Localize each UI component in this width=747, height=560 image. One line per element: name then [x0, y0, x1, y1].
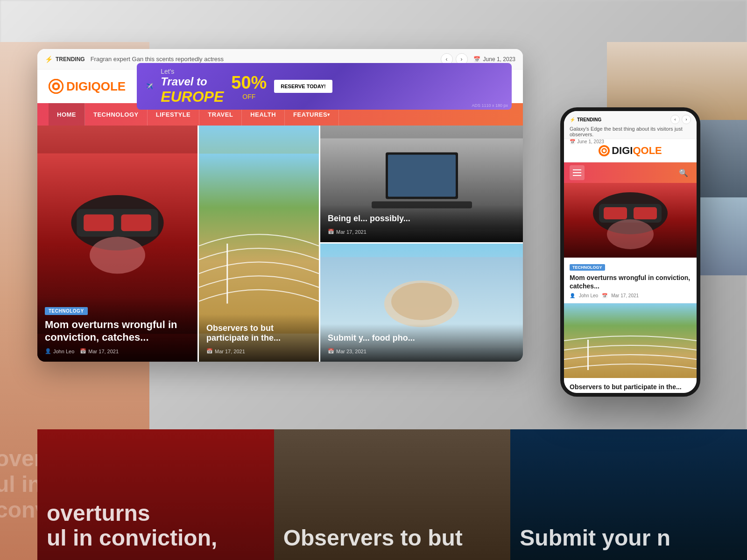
- mobile-prev-btn[interactable]: ‹: [670, 115, 680, 124]
- ad-percent-text: 50%: [231, 73, 267, 93]
- svg-point-0: [49, 79, 63, 94]
- bottom-article-3-text: Submit your n: [520, 526, 738, 551]
- site-header: DIGIQOLE ✈️ Let's Travel to EUROPE 50% O…: [37, 70, 523, 103]
- mobile-article-card-1[interactable]: TECHNOLOGY Mom overturns wrongful in con…: [564, 183, 697, 303]
- mobile-article-2-body: Observers to but participate in the... 📅…: [564, 378, 697, 393]
- mobile-next-btn[interactable]: ›: [682, 115, 691, 124]
- mobile-article-2-title: Observers to but participate in the...: [570, 383, 691, 391]
- calendar-icon-1: 📅: [80, 348, 86, 354]
- mobile-lightning-icon: ⚡: [570, 117, 575, 122]
- calendar-icon: 📅: [473, 56, 480, 63]
- article-1-category: TECHNOLOGY: [45, 307, 88, 315]
- svg-point-17: [391, 283, 452, 320]
- svg-rect-28: [587, 340, 589, 370]
- mobile-user-icon-1: 👤: [570, 293, 575, 298]
- svg-rect-10: [226, 244, 228, 304]
- mobile-article-card-2[interactable]: Observers to but participate in the... 📅…: [564, 303, 697, 393]
- bottom-section: overturnsul in conviction, Observers to …: [37, 429, 747, 560]
- menu-line-3: [573, 175, 581, 176]
- ad-size-label: ADS 1110 x 180 px: [472, 103, 508, 108]
- article-1-meta: 👤 John Leo 📅 Mar 17, 2021: [45, 348, 190, 354]
- article-2-title: Observers to but participate in the...: [206, 323, 311, 343]
- svg-rect-24: [604, 207, 627, 219]
- article-3-date: 📅 Mar 17, 2021: [328, 229, 366, 235]
- article-card-2[interactable]: Observers to but participate in the... 📅…: [199, 126, 320, 362]
- bottom-article-1: overturnsul in conviction,: [37, 429, 274, 560]
- svg-point-8: [90, 237, 145, 273]
- logo-text: DIGIQOLE: [66, 79, 126, 94]
- article-1-overlay: TECHNOLOGY Mom overturns wrongful in con…: [37, 297, 197, 362]
- mobile-nav-buttons: ‹ ›: [670, 115, 691, 124]
- mobile-trending-label: TRENDING: [577, 117, 601, 122]
- mobile-menu-button[interactable]: [570, 165, 585, 180]
- logo-digi: DIGI: [66, 79, 91, 93]
- calendar-icon-3: 📅: [328, 229, 334, 235]
- menu-line-1: [573, 169, 581, 170]
- article-1-author: 👤 John Leo: [45, 348, 74, 354]
- svg-rect-13: [388, 155, 456, 197]
- svg-rect-9: [199, 154, 319, 334]
- mobile-logo-qole: QOLE: [633, 145, 662, 156]
- mobile-phone-card: ⚡ TRENDING ‹ › Galaxy's Edge the best th…: [560, 107, 700, 397]
- ad-off-text: OFF: [231, 93, 267, 100]
- logo-svg: [49, 79, 63, 94]
- menu-line-2: [573, 172, 581, 173]
- article-2-date: 📅 Mar 17, 2021: [206, 348, 245, 354]
- mobile-logo[interactable]: DIGIQOLE: [599, 145, 662, 157]
- trending-text: Fragran expert Gan this scents reportedl…: [91, 56, 435, 63]
- logo-icon: [49, 79, 63, 94]
- bottom-article-2-text: Observers to but: [283, 526, 501, 551]
- article-3-top[interactable]: Being el... possibly... 📅 Mar 17, 2021: [320, 126, 523, 244]
- main-browser-card: ⚡ TRENDING Fragran expert Gan this scent…: [37, 49, 523, 362]
- trending-date: June 1, 2023: [483, 56, 515, 63]
- mobile-track-svg: [564, 303, 697, 378]
- svg-rect-27: [564, 303, 697, 378]
- mobile-logo-text: DIGIQOLE: [612, 145, 662, 157]
- article-4-title: Submit y... food pho...: [328, 333, 515, 343]
- mobile-article-1-title: Mom overturns wrongful in conviction, ca…: [570, 273, 691, 290]
- mobile-article-1-meta: 👤 John Leo 📅 Mar 17, 2021: [570, 293, 691, 298]
- svg-point-2: [54, 84, 58, 88]
- article-2-meta: 📅 Mar 17, 2021: [206, 348, 311, 354]
- logo-qole: QOLE: [91, 79, 126, 93]
- site-logo[interactable]: DIGIQOLE: [49, 79, 126, 94]
- date-info: 📅 June 1, 2023: [473, 56, 515, 63]
- article-card-1[interactable]: TECHNOLOGY Mom overturns wrongful in con…: [37, 126, 199, 362]
- article-3-bottom[interactable]: Submit y... food pho... 📅 Mar 23, 2021: [320, 244, 523, 362]
- articles-grid: TECHNOLOGY Mom overturns wrongful in con…: [37, 126, 523, 362]
- mobile-article-2-img: [564, 303, 697, 378]
- svg-rect-25: [634, 207, 657, 219]
- bottom-article-2: Observers to but: [274, 429, 511, 560]
- mobile-article-1-img: [564, 183, 697, 258]
- mobile-article-1-category: TECHNOLOGY: [570, 264, 605, 271]
- nav-home[interactable]: HOME: [49, 103, 85, 126]
- article-card-3: Being el... possibly... 📅 Mar 17, 2021: [320, 126, 523, 362]
- ad-travel-text: Travel to: [161, 75, 224, 88]
- mobile-logo-icon: [599, 145, 610, 156]
- article-2-overlay: Observers to but participate in the... 📅…: [199, 314, 319, 362]
- article-3-title: Being el... possibly...: [328, 214, 515, 224]
- mobile-inner: ⚡ TRENDING ‹ › Galaxy's Edge the best th…: [564, 111, 697, 393]
- svg-rect-7: [121, 215, 151, 231]
- mobile-trending-text: Galaxy's Edge the best thing about its v…: [570, 126, 691, 137]
- calendar-icon-2: 📅: [206, 348, 213, 354]
- svg-point-26: [607, 219, 654, 249]
- ad-text-group: Let's Travel to EUROPE: [161, 68, 224, 105]
- mobile-article-1-body: TECHNOLOGY Mom overturns wrongful in con…: [564, 258, 697, 303]
- svg-rect-6: [84, 215, 113, 231]
- mobile-articles-list: TECHNOLOGY Mom overturns wrongful in con…: [564, 183, 697, 393]
- mobile-trending-top-row: ⚡ TRENDING ‹ ›: [570, 115, 691, 124]
- article-4-meta: 📅 Mar 23, 2021: [328, 348, 515, 354]
- mobile-header-bar: 🔍: [564, 162, 697, 183]
- mobile-trending-date: 📅 June 1, 2023: [570, 139, 691, 144]
- trending-badge: ⚡ TRENDING: [45, 56, 85, 63]
- mobile-search-button[interactable]: 🔍: [676, 165, 691, 180]
- ad-airplane-icon: ✈️: [146, 83, 153, 90]
- bottom-title-1: overturnsul in conviction,: [47, 501, 265, 551]
- reserve-today-button[interactable]: RESERVE TODAY!: [274, 80, 332, 93]
- mobile-calendar-1: 📅: [602, 293, 607, 298]
- article-3-meta: 📅 Mar 17, 2021: [328, 229, 515, 235]
- user-icon-1: 👤: [45, 348, 51, 354]
- mobile-trending-badge: ⚡ TRENDING: [570, 117, 601, 122]
- header-ad-banner[interactable]: ✈️ Let's Travel to EUROPE 50% OFF RESERV…: [137, 63, 512, 110]
